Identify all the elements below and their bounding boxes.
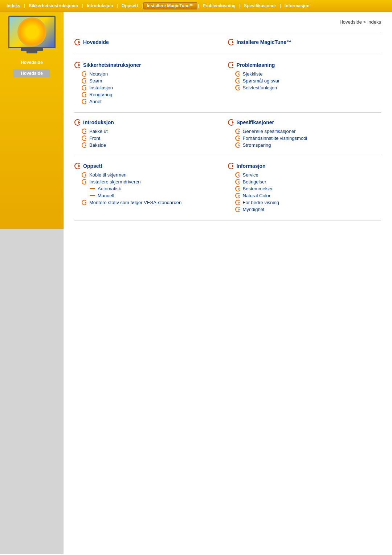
item-betingelser[interactable]: Betingelser [243, 179, 266, 185]
nav-item-installere[interactable]: Installere MagicTune™ [143, 2, 197, 9]
section-title-oppsett: Oppsett [74, 163, 221, 169]
item-stromsparing[interactable]: Strømsparing [243, 142, 271, 148]
nav-sep-5: | [197, 3, 200, 8]
list-item: Montere stativ som følger VESA-standarde… [82, 200, 221, 205]
list-item: Generelle spesifikasjoner [235, 129, 378, 134]
list-item: Installere skjermdriveren [82, 179, 221, 185]
section-icon-informasjon [228, 163, 234, 169]
section-title-informasjon: Informasjon [228, 163, 378, 169]
monitor-screen [8, 16, 56, 48]
list-item: Forhåndsinnstilte visningsmodi [235, 135, 378, 141]
section-title-installere: Installere MagicTune™ [228, 39, 378, 45]
nav-item-oppsett[interactable]: Oppsett [119, 3, 141, 9]
section-icon-spesifikasjoner [228, 119, 234, 126]
item-icon-dash [90, 195, 95, 196]
section-link-oppsett[interactable]: Oppsett [83, 163, 102, 169]
item-installasjon[interactable]: Installasjon [89, 85, 113, 90]
item-sjekkliste[interactable]: Sjekkliste [243, 71, 263, 77]
section-link-informasjon[interactable]: Informasjon [237, 163, 266, 169]
item-manuell[interactable]: Manuell [98, 193, 114, 198]
item-icon [82, 200, 87, 205]
list-item: Natural Color [235, 193, 378, 198]
item-koble[interactable]: Koble til skjermen [89, 172, 127, 178]
item-selvtest[interactable]: Selvtestfunksjon [243, 85, 277, 90]
item-icon [82, 179, 87, 185]
list-item: Front [82, 135, 221, 141]
section-items-spesifikasjoner: Generelle spesifikasjoner Forhåndsinnsti… [228, 129, 378, 148]
section-link-introduksjon[interactable]: Introduksjon [83, 119, 114, 125]
breadcrumb: Hovedside > Indeks [74, 19, 381, 25]
index-grid: Hovedside Installere MagicTune™ Sikkerhe… [74, 32, 381, 220]
section-link-sikkerhet[interactable]: Sikkerhetsinstruksjoner [83, 62, 141, 68]
item-montere[interactable]: Montere stativ som følger VESA-standarde… [89, 200, 181, 205]
sidebar: Hovedside Hovedside [0, 12, 64, 554]
item-automatisk[interactable]: Automatisk [98, 186, 121, 191]
list-item: Strømsparing [235, 142, 378, 148]
item-icon [235, 179, 241, 185]
item-naturalcolor[interactable]: Natural Color [243, 193, 271, 198]
list-item: Manuell [82, 193, 221, 198]
nav-bar: Indeks | Sikkerhetsinstruksjoner | Intro… [0, 0, 392, 12]
section-link-hovedside[interactable]: Hovedside [83, 39, 109, 45]
section-title-sikkerhet: Sikkerhetsinstruksjoner [74, 62, 221, 68]
item-icon [235, 200, 241, 205]
section-icon-sikkerhet [74, 62, 81, 68]
list-item: Koble til skjermen [82, 172, 221, 178]
item-forbedre[interactable]: For bedre visning [243, 200, 279, 205]
item-service[interactable]: Service [243, 172, 258, 178]
main-layout: Hovedside Hovedside Hovedside > Indeks H… [0, 12, 392, 554]
item-icon [82, 92, 87, 97]
sidebar-button[interactable]: Hovedside [13, 69, 50, 77]
item-icon [82, 85, 87, 90]
section-icon-oppsett [74, 163, 81, 169]
section-items-introduksjon: Pakke ut Front Bakside [74, 129, 221, 148]
item-notasjon[interactable]: Notasjon [89, 71, 108, 77]
item-annet[interactable]: Annet [89, 99, 102, 104]
item-icon [235, 142, 241, 148]
section-title-hovedside: Hovedside [74, 39, 221, 45]
nav-item-introduksjon[interactable]: Introduksjon [84, 3, 116, 9]
section-title-spesifikasjoner: Spesifikasjoner [228, 119, 378, 126]
item-forhands[interactable]: Forhåndsinnstilte visningsmodi [243, 135, 307, 141]
monitor-image [8, 16, 56, 56]
list-item: Sjekkliste [235, 71, 378, 77]
nav-sep-1: | [23, 3, 26, 8]
item-myndighet[interactable]: Myndighet [243, 207, 265, 212]
section-introduksjon: Introduksjon Pakke ut Front Bakside [74, 113, 228, 156]
item-icon [82, 78, 87, 84]
item-icon [235, 71, 241, 77]
section-link-problemlosning[interactable]: Problemløsning [237, 62, 275, 68]
nav-item-informasjon[interactable]: Informasjon [282, 3, 313, 9]
nav-item-sikkerhet[interactable]: Sikkerhetsinstruksjoner [26, 3, 81, 9]
section-items-oppsett: Koble til skjermen Installere skjermdriv… [74, 172, 221, 205]
item-bestemmelser[interactable]: Bestemmelser [243, 186, 273, 191]
list-item: Spørsmål og svar [235, 78, 378, 84]
list-item: Betingelser [235, 179, 378, 185]
section-link-installere[interactable]: Installere MagicTune™ [237, 39, 291, 45]
nav-item-spesifikasjoner[interactable]: Spesifikasjoner [241, 3, 279, 9]
item-pakkeut[interactable]: Pakke ut [89, 129, 108, 134]
item-rengjoring[interactable]: Rengjøring [89, 92, 113, 97]
section-oppsett: Oppsett Koble til skjermen Installere sk… [74, 156, 228, 220]
section-items-informasjon: Service Betingelser Bestemmelser Natural… [228, 172, 378, 212]
item-installere-driver[interactable]: Installere skjermdriveren [89, 179, 141, 185]
main-content: Hovedside > Indeks Hovedside Installere … [64, 12, 392, 554]
list-item: Myndighet [235, 207, 378, 212]
item-generelle[interactable]: Generelle spesifikasjoner [243, 129, 296, 134]
nav-item-problemlosning[interactable]: Problemløsning [200, 3, 238, 9]
monitor-base [21, 48, 43, 51]
section-hovedside: Hovedside [74, 32, 228, 55]
nav-item-indeks[interactable]: Indeks [4, 3, 23, 9]
section-link-spesifikasjoner[interactable]: Spesifikasjoner [237, 119, 274, 125]
section-icon-hovedside [74, 39, 81, 45]
item-front[interactable]: Front [89, 135, 100, 141]
section-title-problemlosning: Problemløsning [228, 62, 378, 68]
list-item: Service [235, 172, 378, 178]
section-problemlosning: Problemløsning Sjekkliste Spørsmål og sv… [228, 55, 381, 113]
item-icon [235, 129, 241, 134]
item-sporsmal[interactable]: Spørsmål og svar [243, 78, 280, 84]
list-item: Installasjon [82, 85, 221, 90]
item-icon [82, 172, 87, 178]
item-bakside[interactable]: Bakside [89, 142, 106, 148]
item-strom[interactable]: Strøm [89, 78, 102, 84]
